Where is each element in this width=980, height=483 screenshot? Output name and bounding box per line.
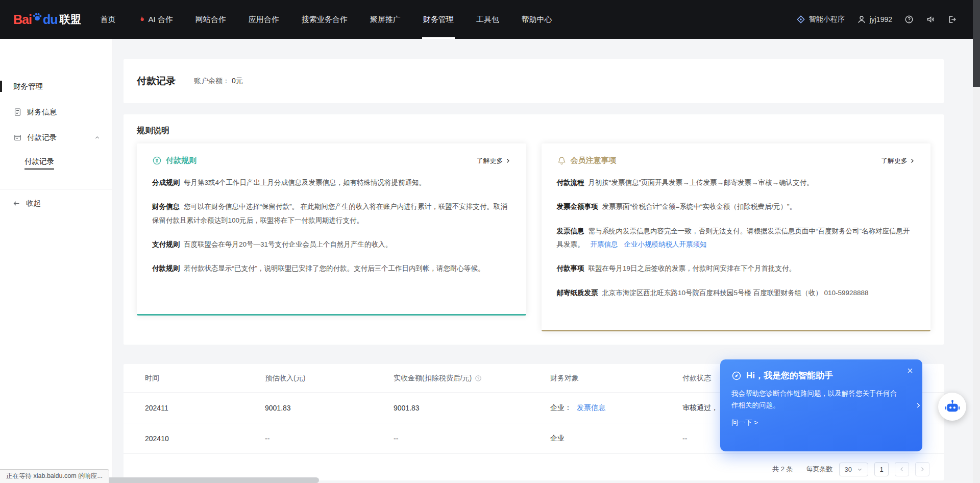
entity-label: 企业	[550, 434, 565, 442]
sidebar-section-label: 财务管理	[13, 82, 43, 91]
miniprogram-icon	[796, 15, 805, 24]
coin-yuan-icon	[152, 156, 162, 165]
rule-item: 财务信息您可以在财务信息中选择“保留付款”。 在此期间您产生的收入将在账户内进行…	[152, 200, 511, 227]
rule-item-text: 北京市海淀区西北旺东路10号院百度科技园5号楼 百度联盟财务组（收） 010-5…	[602, 289, 869, 297]
rule-item: 付款流程月初按“发票信息”页面开具发票→上传发票→邮寄发票→审核→确认支付。	[557, 176, 916, 189]
user-icon	[857, 15, 866, 24]
invoice-info-link[interactable]: 开票信息	[591, 240, 618, 248]
learn-more-label: 了解更多	[477, 156, 503, 165]
rule-item-text: 每月第3或4个工作日产出上月分成信息及发票信息，如有特殊情况将提前通知。	[184, 179, 426, 186]
sidebar-subitem-label: 付款记录	[24, 157, 54, 170]
page-number-button[interactable]: 1	[874, 462, 889, 476]
nav-label: AI 合作	[148, 15, 173, 25]
entity-label: 企业：	[550, 403, 572, 412]
chevron-up-icon	[94, 134, 101, 141]
small-taxpayer-invoice-notice-link[interactable]: 企业小规模纳税人开票须知	[624, 240, 707, 248]
close-icon[interactable]	[906, 367, 914, 375]
invoice-info-table-link[interactable]: 发票信息	[577, 403, 605, 412]
topnav-right-group: 智能小程序 jyj1992	[796, 0, 957, 39]
rule-item: 发票金额事项发票票面“价税合计”金额=系统中“实收金额（扣除税费后/元）”。	[557, 200, 916, 213]
column-header-time: 时间	[145, 374, 265, 383]
collapse-label: 收起	[26, 199, 41, 208]
sidebar-subitem-payment-records[interactable]: 付款记录	[0, 150, 112, 176]
nav-website-cooperation[interactable]: 网站合作	[194, 0, 227, 39]
compass-icon	[731, 371, 742, 381]
cell-finance-entity: 企业	[550, 434, 682, 443]
pagination: 共 2 条 每页条数 30 1	[124, 454, 944, 476]
column-header-estimated-income: 预估收入(元)	[265, 374, 394, 383]
cell-finance-entity: 企业： 发票信息	[550, 403, 682, 413]
page-title: 付款记录	[137, 75, 176, 88]
miniprogram-label: 智能小程序	[809, 15, 845, 24]
bell-icon	[557, 156, 567, 165]
rule-item-text: 若付款状态显示“已支付”，说明联盟已安排了您的付款。支付后三个工作日内到帐，请您…	[184, 264, 485, 272]
vertical-scrollbar[interactable]	[973, 0, 980, 483]
assistant-title: Hi，我是您的智能助手	[746, 370, 833, 381]
user-account[interactable]: jyj1992	[857, 15, 892, 24]
rule-item-text: 联盟在每月19日之后签收的发票，付款时间安排在下个月首批支付。	[589, 264, 796, 272]
logo-text-bai: Bai	[13, 12, 32, 27]
per-page-label: 每页条数	[806, 465, 833, 474]
sidebar-section-finance-management[interactable]: 财务管理	[0, 74, 112, 99]
nav-app-cooperation[interactable]: 应用合作	[248, 0, 280, 39]
logout-button[interactable]	[947, 15, 957, 24]
cell-estimated-income: 9001.83	[265, 404, 394, 412]
cell-time: 202410	[145, 434, 265, 443]
cell-time: 202411	[145, 404, 265, 412]
sidebar-item-finance-info[interactable]: 财务信息	[0, 99, 112, 125]
record-icon	[13, 133, 22, 142]
top-nav: Bai du 联盟 首页 AI 合作 网站合作 应用合作 搜索业务合作 聚屏推广…	[0, 0, 980, 39]
cell-received-amount: --	[394, 434, 550, 443]
ask-button[interactable]: 问一下 >	[731, 418, 758, 427]
sidebar: 财务管理 财务信息 付款记录 付款记录 收起	[0, 39, 112, 483]
assistant-message: 我会帮助您诊断合作链路问题，以及解答您关于任何合作相关的问题。	[731, 388, 897, 412]
rule-item-text: 月初按“发票信息”页面开具发票→上传发票→邮寄发票→审核→确认支付。	[589, 179, 814, 186]
per-page-select[interactable]: 30	[839, 463, 868, 476]
assistant-robot-button[interactable]	[938, 393, 966, 421]
sidebar-item-label: 财务信息	[27, 107, 57, 117]
rule-item: 付款事项联盟在每月19日之后签收的发票，付款时间安排在下个月首批支付。	[557, 262, 916, 275]
nav-search-business[interactable]: 搜索业务合作	[301, 0, 349, 39]
nav-finance-management[interactable]: 财务管理	[422, 0, 455, 39]
rule-item-label: 付款流程	[557, 179, 584, 186]
question-circle-icon[interactable]	[475, 375, 482, 382]
member-notes-learn-more-link[interactable]: 了解更多	[881, 156, 915, 165]
rule-item-label: 付款事项	[557, 264, 584, 272]
balance-value: 0元	[232, 77, 243, 86]
sidebar-collapse-button[interactable]: 收起	[0, 189, 112, 217]
browser-status-bubble: 正在等待 xlab.baidu.com 的响应...	[0, 469, 109, 483]
nav-toolkit[interactable]: 工具包	[475, 0, 500, 39]
next-page-button[interactable]	[915, 462, 929, 476]
cell-received-amount: 9001.83	[394, 404, 550, 412]
rule-item-text: 您可以在财务信息中选择“保留付款”。 在此期间您产生的收入将在账户内进行累计，联…	[152, 203, 507, 224]
nav-home[interactable]: 首页	[99, 0, 116, 39]
rule-card-title: 付款规则	[166, 156, 197, 165]
rule-item: 邮寄纸质发票北京市海淀区西北旺东路10号院百度科技园5号楼 百度联盟财务组（收）…	[557, 286, 916, 300]
rule-item-label: 发票信息	[557, 227, 584, 235]
rule-item-label: 支付规则	[152, 240, 180, 248]
sidebar-item-payment-records[interactable]: 付款记录	[0, 125, 112, 150]
logo-text-du: du	[43, 12, 58, 27]
miniprogram-entry[interactable]: 智能小程序	[796, 15, 845, 24]
baidu-union-logo[interactable]: Bai du 联盟	[13, 0, 81, 39]
payment-rules-learn-more-link[interactable]: 了解更多	[477, 156, 511, 165]
rules-cards-row: 付款规则 了解更多 分成规则每月第3或4个工作日产出上月分成信息及发票信息，如有…	[137, 143, 930, 331]
column-header-received-amount: 实收金额(扣除税费后/元)	[394, 374, 550, 383]
column-header-finance-entity: 财务对象	[550, 374, 682, 383]
assistant-header: Hi，我是您的智能助手	[720, 359, 922, 381]
help-button[interactable]	[904, 15, 914, 24]
vertical-scrollbar-thumb[interactable]	[973, 0, 980, 87]
rule-item: 付款规则若付款状态显示“已支付”，说明联盟已安排了您的付款。支付后三个工作日内到…	[152, 262, 511, 275]
nav-screen-promotion[interactable]: 聚屏推广	[369, 0, 402, 39]
popup-edge-chevron-icon[interactable]	[915, 402, 922, 409]
nav-help-center[interactable]: 帮助中心	[521, 0, 553, 39]
rule-card-title: 会员注意事项	[571, 156, 617, 165]
balance-label: 账户余额：	[194, 77, 230, 86]
flame-icon	[138, 16, 145, 23]
learn-more-label: 了解更多	[881, 156, 908, 165]
speaker-icon	[926, 15, 935, 24]
sound-button[interactable]	[926, 15, 935, 24]
prev-page-button[interactable]	[895, 462, 909, 476]
collapse-icon	[12, 199, 21, 208]
nav-ai-cooperation[interactable]: AI 合作	[137, 0, 174, 39]
